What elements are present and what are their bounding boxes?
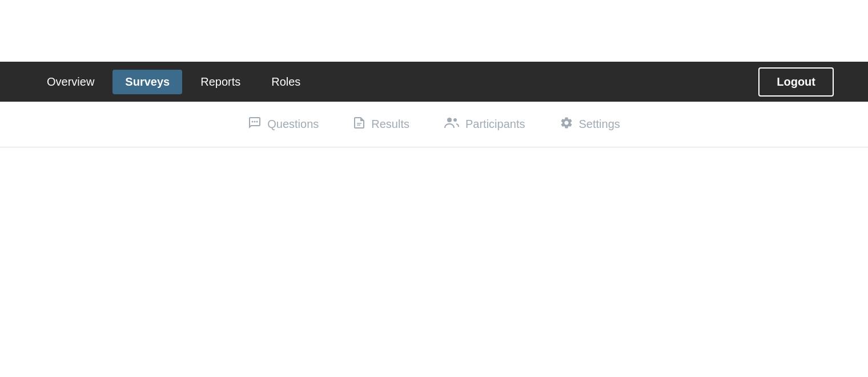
sub-nav-label-participants: Participants bbox=[465, 118, 525, 131]
main-nav: Overview Surveys Reports Roles Logout bbox=[0, 62, 868, 102]
svg-point-2 bbox=[256, 121, 258, 122]
svg-point-1 bbox=[254, 121, 256, 122]
sub-nav: Questions Results Participants bbox=[0, 102, 868, 147]
sub-nav-item-participants[interactable]: Participants bbox=[444, 116, 525, 133]
nav-item-reports[interactable]: Reports bbox=[188, 70, 253, 94]
svg-point-0 bbox=[252, 121, 254, 122]
sub-nav-item-results[interactable]: Results bbox=[353, 116, 409, 133]
gear-icon bbox=[560, 116, 573, 133]
svg-point-6 bbox=[453, 118, 457, 122]
sub-nav-label-settings: Settings bbox=[579, 118, 620, 131]
top-spacer bbox=[0, 0, 868, 62]
nav-left: Overview Surveys Reports Roles bbox=[34, 70, 313, 94]
chat-bubble-icon bbox=[248, 116, 262, 133]
nav-item-overview[interactable]: Overview bbox=[34, 70, 107, 94]
nav-item-roles[interactable]: Roles bbox=[259, 70, 313, 94]
svg-point-5 bbox=[447, 118, 452, 122]
sub-nav-item-questions[interactable]: Questions bbox=[248, 116, 319, 133]
logout-button[interactable]: Logout bbox=[758, 67, 834, 97]
sub-nav-label-questions: Questions bbox=[267, 118, 319, 131]
users-icon bbox=[444, 116, 460, 133]
document-icon bbox=[353, 116, 365, 133]
nav-item-surveys[interactable]: Surveys bbox=[112, 70, 182, 94]
sub-nav-item-settings[interactable]: Settings bbox=[560, 116, 620, 133]
sub-nav-label-results: Results bbox=[371, 118, 409, 131]
content-area bbox=[0, 147, 868, 376]
